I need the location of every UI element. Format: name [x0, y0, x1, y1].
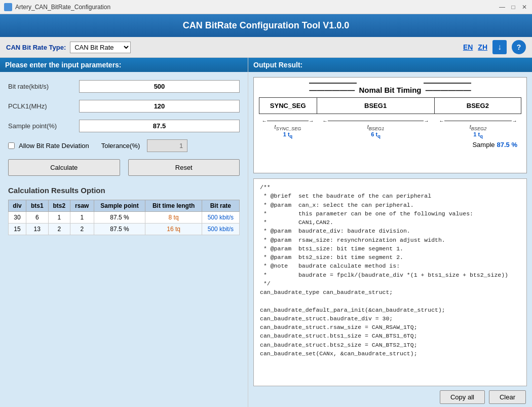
table-row[interactable]: 30 6 1 1 87.5 % 8 tq 500 kbit/s [9, 212, 240, 224]
pclk1-label: PCLK1(MHz) [8, 102, 79, 110]
lang-zh-button[interactable]: ZH [478, 43, 487, 51]
code-box: /** * @brief set the baudrate of the can… [253, 178, 527, 386]
sample-value: 87.5 % [497, 141, 517, 149]
title-bar-controls: — □ ✕ [499, 4, 528, 11]
right-panel-header: Output Result: [248, 58, 532, 72]
allow-deviation-checkbox[interactable] [8, 142, 15, 149]
toolbar-right: EN ZH ↓ ? [463, 40, 526, 54]
sample-point-label: Sample point(%) [8, 122, 79, 130]
left-panel-body: Bit rate(kbit/s) PCLK1(MHz) Sample point… [0, 72, 248, 407]
toolbar: CAN Bit Rate Type: CAN Bit Rate EN ZH ↓ … [0, 37, 532, 58]
col-bit-rate: Bit rate [202, 200, 239, 212]
bit-rate-input-group: Bit rate(kbit/s) [8, 80, 240, 93]
action-buttons-row: Calculate Reset [8, 159, 240, 176]
reset-button[interactable]: Reset [128, 159, 240, 176]
seg-bseg2: BSEG2 [435, 98, 521, 114]
bseg1-arrow: ← → tBSEG1 6 tq [317, 118, 435, 139]
bit-rate-label: Bit rate(kbit/s) [8, 83, 79, 90]
title-bar-text: Artery_CAN_BitRate_Configuration [15, 4, 499, 11]
tolerance-input[interactable] [147, 139, 187, 152]
bottom-buttons: Copy all Clear [248, 386, 532, 407]
seg-sync: SYNC_SEG [259, 98, 317, 114]
left-panel: Please enter the input parameters: Bit r… [0, 58, 248, 407]
maximize-button[interactable]: □ [510, 4, 517, 11]
minimize-button[interactable]: — [499, 4, 506, 11]
col-div: div [9, 200, 26, 212]
col-bts2: bts2 [48, 200, 70, 212]
main-content: Please enter the input parameters: Bit r… [0, 58, 532, 407]
results-title: Calculation Results Option [8, 186, 240, 195]
calculate-button[interactable]: Calculate [8, 159, 120, 176]
title-bar: Artery_CAN_BitRate_Configuration — □ ✕ [0, 0, 532, 14]
close-button[interactable]: ✕ [521, 4, 528, 11]
timing-diagram: —————— Nomal Bit Timing —————— SYNC_SEG … [253, 77, 527, 173]
timing-title: —————— Nomal Bit Timing —————— [259, 83, 521, 94]
download-button[interactable]: ↓ [492, 40, 507, 54]
timing-segments: SYNC_SEG BSEG1 BSEG2 [259, 97, 521, 114]
app-header: CAN BitRate Configuration Tool V1.0.0 [0, 14, 532, 37]
bseg2-arrow: ← → tBSEG2 1 tq [435, 118, 521, 139]
right-panel-body: —————— Nomal Bit Timing —————— SYNC_SEG … [248, 72, 532, 407]
col-rsaw: rsaw [70, 200, 94, 212]
pclk1-input-group: PCLK1(MHz) [8, 100, 240, 113]
toolbar-left: CAN Bit Rate Type: CAN Bit Rate [6, 42, 131, 53]
bit-rate-type-select[interactable]: CAN Bit Rate [70, 42, 131, 53]
sample-point-input[interactable] [79, 120, 240, 132]
col-bit-time: Bit time length [145, 200, 202, 212]
seg-bseg1: BSEG1 [317, 98, 435, 114]
timing-title-text: Nomal Bit Timing [359, 86, 421, 94]
table-row[interactable]: 15 13 2 2 87.5 % 16 tq 500 kbit/s [9, 224, 240, 235]
bit-rate-type-label: CAN Bit Rate Type: [6, 44, 66, 51]
clear-button[interactable]: Clear [489, 390, 526, 404]
allow-deviation-label: Allow Bit Rate Deviation [19, 142, 89, 150]
lang-en-button[interactable]: EN [463, 43, 473, 51]
left-panel-header: Please enter the input parameters: [0, 58, 248, 72]
right-panel: Output Result: —————— Nomal Bit Timing —… [248, 58, 532, 407]
sample-label: Sample [472, 141, 495, 149]
col-bts1: bts1 [26, 200, 48, 212]
bit-rate-input[interactable] [79, 80, 240, 93]
app-icon [4, 3, 12, 11]
sync-seg-arrow: ← → tSYNC_SEG 1 tq [259, 118, 317, 139]
copy-all-button[interactable]: Copy all [440, 390, 485, 404]
timing-arrows-row: ← → tSYNC_SEG 1 tq ← → [259, 116, 521, 141]
app-title: CAN BitRate Configuration Tool V1.0.0 [183, 20, 350, 30]
results-table: div bts1 bts2 rsaw Sample point Bit time… [8, 200, 240, 235]
allow-deviation-row: Allow Bit Rate Deviation Tolerance(%) [8, 139, 240, 152]
col-sample-point: Sample point [94, 200, 145, 212]
sample-point-input-group: Sample point(%) [8, 120, 240, 132]
sample-row: Sample 87.5 % [259, 141, 521, 149]
help-button[interactable]: ? [512, 40, 526, 54]
tolerance-label: Tolerance(%) [101, 142, 140, 150]
pclk1-input[interactable] [79, 100, 240, 113]
